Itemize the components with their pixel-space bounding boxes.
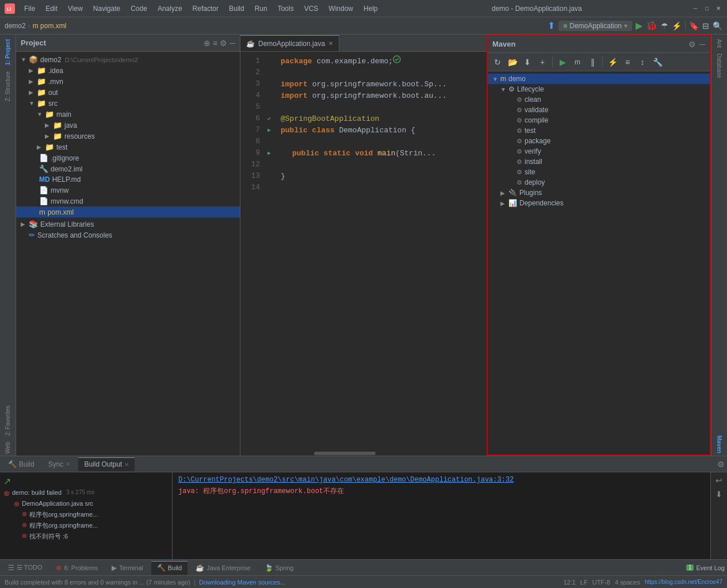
sidebar-item-ant[interactable]: Ant: [715, 37, 724, 50]
status-cursor-pos[interactable]: 12:1: [563, 579, 575, 586]
tree-item-scratches[interactable]: ✏ Scratches and Consoles: [16, 230, 240, 240]
split-button[interactable]: ⊟: [702, 21, 709, 30]
tab-build-output[interactable]: Build Output ✕: [78, 457, 135, 471]
tree-item-demo2[interactable]: ▼ 📦 demo2 D:\CurrentProjects\demo2: [16, 54, 240, 65]
maven-run-btn[interactable]: ▶: [556, 56, 569, 68]
menu-view[interactable]: View: [63, 3, 87, 14]
sidebar-item-project[interactable]: 1: Project: [3, 37, 12, 68]
tree-item-mvnwcmd[interactable]: 📄 mvnw.cmd: [16, 196, 240, 207]
build-item-err2[interactable]: ⊗ 程序包org.springframe...: [0, 520, 172, 531]
build-item-err1[interactable]: ⊗ 程序包org.springframe...: [0, 509, 172, 520]
debug-button[interactable]: 🐞: [646, 20, 657, 31]
maven-item-deploy[interactable]: ⚙ deploy: [488, 177, 710, 188]
close-panel-icon[interactable]: ─: [229, 39, 235, 48]
git-icon[interactable]: ⬆: [548, 20, 555, 31]
menu-tools[interactable]: Tools: [273, 3, 299, 14]
coverage-button[interactable]: ☂: [661, 21, 668, 30]
build-error-path[interactable]: D:\CurrentProjects\demo2\src\main\java\c…: [178, 476, 514, 484]
maven-debug-btn[interactable]: m: [571, 56, 584, 68]
run-gutter-icon2[interactable]: ▶: [267, 150, 271, 156]
collapse-all-icon[interactable]: ≡: [213, 39, 217, 48]
menu-build[interactable]: Build: [224, 3, 249, 14]
tab-spring[interactable]: 🍃 Spring: [259, 561, 300, 575]
menu-help[interactable]: Help: [359, 3, 382, 14]
tab-build-main[interactable]: 🔨 Build: [151, 561, 188, 575]
tab-todo[interactable]: ☰ ☰ TODO: [2, 561, 48, 575]
tree-item-mvnw[interactable]: 📄 mvnw: [16, 185, 240, 196]
tree-item-main[interactable]: ▼ 📁 main: [16, 109, 240, 120]
maven-add-btn[interactable]: +: [536, 56, 549, 68]
autoscroll-icon[interactable]: ⬇: [713, 488, 725, 500]
tree-item-idea[interactable]: ▶ 📁 .idea: [16, 65, 240, 76]
tree-item-resources[interactable]: ▶ 📁 resources: [16, 131, 240, 142]
maven-download-btn[interactable]: ⬇: [521, 56, 534, 68]
sidebar-item-structure[interactable]: Z: Structure: [3, 69, 12, 104]
menu-bar[interactable]: File Edit View Navigate Code Analyze Ref…: [20, 3, 382, 14]
maven-open-btn[interactable]: 📂: [506, 56, 519, 68]
tab-build[interactable]: 🔨 Build: [2, 457, 40, 471]
run-config-selector[interactable]: ■ DemoApplication ▾: [558, 21, 632, 31]
maven-generate-btn[interactable]: ⚡: [606, 56, 619, 68]
tab-java-enterprise[interactable]: ☕ Java Enterprise: [190, 561, 256, 575]
sidebar-item-web[interactable]: Web: [3, 440, 12, 456]
sync-close-button[interactable]: ✕: [66, 461, 70, 467]
maven-diagram-btn[interactable]: ↕: [636, 56, 649, 68]
minimize-button[interactable]: ─: [691, 5, 699, 13]
tab-terminal[interactable]: ▶ Terminal: [106, 561, 149, 575]
status-encoding[interactable]: UTF-8: [592, 579, 610, 586]
maven-item-dependencies[interactable]: ▶ 📊 Dependencies: [488, 198, 710, 208]
tree-item-test[interactable]: ▶ 📁 test: [16, 142, 240, 152]
scrollbar-thumb[interactable]: [314, 452, 376, 455]
build-item-demoapp[interactable]: ⊗ DemoApplication.java src: [0, 499, 172, 509]
menu-analyze[interactable]: Analyze: [153, 3, 187, 14]
maven-minimize-icon[interactable]: ─: [699, 40, 705, 49]
maximize-button[interactable]: □: [703, 5, 711, 13]
maven-item-validate[interactable]: ⚙ validate: [488, 105, 710, 115]
maven-item-site[interactable]: ⚙ site: [488, 167, 710, 177]
tab-close-button[interactable]: ✕: [328, 40, 333, 47]
tab-sync[interactable]: Sync ✕: [43, 457, 76, 471]
maven-item-verify[interactable]: ⚙ verify: [488, 146, 710, 156]
tree-item-pomxml[interactable]: m pom.xml: [16, 207, 240, 217]
status-url[interactable]: https://blog.csdn.net/Encroe47: [645, 579, 722, 585]
build-output-close-button[interactable]: ✕: [124, 461, 129, 468]
tree-item-out[interactable]: ▶ 📁 out: [16, 87, 240, 98]
bottom-panel-settings-icon[interactable]: ⚙: [717, 460, 725, 469]
tree-item-java[interactable]: ▶ 📁 java: [16, 120, 240, 131]
maven-wrench-btn[interactable]: 🔧: [651, 56, 664, 68]
wrap-lines-icon[interactable]: ↩: [713, 475, 725, 486]
tree-item-mvn[interactable]: ▶ 📁 .mvn: [16, 76, 240, 87]
editor-scrollbar[interactable]: [240, 451, 487, 456]
maven-item-package[interactable]: ⚙ package: [488, 136, 710, 146]
code-content[interactable]: package com.example.demo; import org.spr…: [275, 52, 487, 451]
tree-item-gitignore[interactable]: 📄 .gitignore: [16, 152, 240, 163]
menu-vcs[interactable]: VCS: [300, 3, 323, 14]
sidebar-item-database[interactable]: Database: [715, 51, 724, 81]
maven-profiles-btn[interactable]: ≡: [621, 56, 634, 68]
menu-navigate[interactable]: Navigate: [89, 3, 125, 14]
tree-item-src[interactable]: ▼ 📁 src: [16, 98, 240, 109]
status-indent[interactable]: 4 spaces: [615, 579, 640, 586]
tree-item-helpmd[interactable]: MD HELP.md: [16, 174, 240, 185]
maven-item-compile[interactable]: ⚙ compile: [488, 115, 710, 125]
menu-file[interactable]: File: [20, 3, 40, 14]
maven-item-lifecycle[interactable]: ▼ ⚙ Lifecycle: [488, 84, 710, 94]
maven-skip-btn[interactable]: ‖: [586, 56, 599, 68]
menu-window[interactable]: Window: [324, 3, 358, 14]
locate-file-icon[interactable]: ⊕: [204, 39, 211, 48]
maven-refresh-btn[interactable]: ↻: [491, 56, 504, 68]
event-log-label[interactable]: Event Log: [696, 564, 725, 571]
breadcrumb-file[interactable]: m pom.xml: [33, 22, 67, 30]
menu-refactor[interactable]: Refactor: [188, 3, 223, 14]
build-output-panel[interactable]: D:\CurrentProjects\demo2\src\main\java\c…: [173, 472, 710, 559]
maven-item-demo[interactable]: ▼ m demo: [488, 74, 710, 84]
breadcrumb-project[interactable]: demo2: [5, 22, 26, 30]
window-controls[interactable]: ─ □ ✕: [691, 5, 722, 13]
maven-item-plugins[interactable]: ▶ 🔌 Plugins: [488, 188, 710, 198]
bookmark-button[interactable]: 🔖: [689, 21, 699, 30]
run-button[interactable]: ▶: [636, 20, 642, 31]
build-item-err3[interactable]: ⊗ 找不到符号 :6: [0, 531, 172, 542]
tree-item-iml[interactable]: 🔧 demo2.iml: [16, 163, 240, 174]
sidebar-item-favorites[interactable]: 2: Favorites: [3, 403, 12, 438]
tab-problems[interactable]: ⊗ 6: Problems: [50, 561, 104, 575]
